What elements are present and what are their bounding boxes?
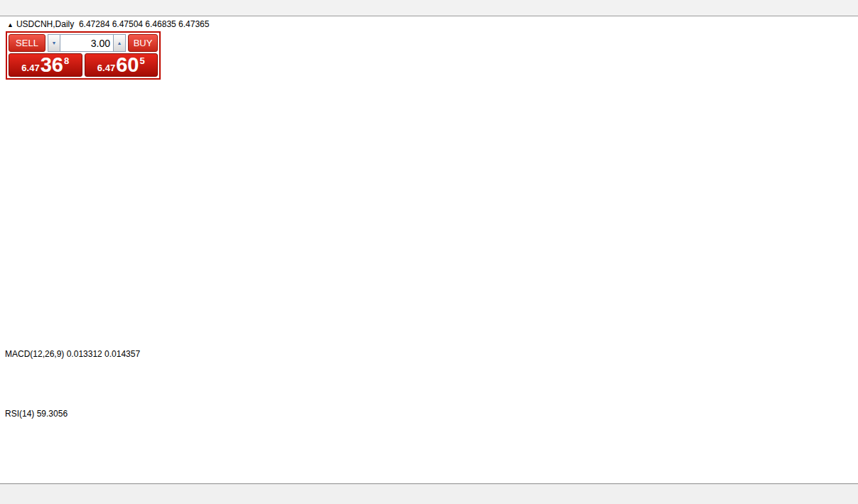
buy-button[interactable]: BUY	[128, 34, 158, 52]
buy-price-display[interactable]: 6.47 60 5	[85, 53, 159, 77]
sell-price-display[interactable]: 6.47 36 8	[9, 53, 82, 77]
buy-price-prefix: 6.47	[97, 63, 115, 73]
buy-price-pipette: 5	[139, 55, 144, 66]
trading-terminal-window: ▲USDCNH,Daily 6.47284 6.47504 6.46835 6.…	[0, 0, 858, 504]
sell-price-pipette: 8	[64, 55, 69, 66]
volume-input[interactable]	[60, 34, 113, 52]
sell-price-digits: 36	[41, 55, 63, 75]
volume-increase-button[interactable]: ▲	[113, 34, 126, 52]
macd-indicator-label: MACD(12,26,9) 0.013312 0.014357	[5, 349, 140, 359]
timeframe-toolbar	[0, 0, 858, 16]
buy-price-digits: 60	[116, 55, 139, 75]
volume-decrease-button[interactable]: ▼	[48, 34, 60, 52]
chart-stage	[0, 16, 858, 483]
chart-header: ▲USDCNH,Daily 6.47284 6.47504 6.46835 6.…	[7, 19, 209, 29]
chart-ohlc-values: 6.47284 6.47504 6.46835 6.47365	[79, 19, 210, 29]
rsi-indicator-label: RSI(14) 59.3056	[5, 409, 68, 419]
collapse-icon[interactable]: ▲	[7, 21, 14, 28]
chart-symbol-label: USDCNH,Daily	[16, 19, 74, 29]
symbol-tab-bar	[0, 483, 858, 504]
sell-price-prefix: 6.47	[21, 63, 39, 73]
chart-canvas	[0, 16, 858, 483]
sell-button[interactable]: SELL	[9, 34, 45, 52]
one-click-trading-panel: SELL ▼ ▲ BUY 6.47 36 8 6.47 60 5	[6, 31, 161, 80]
